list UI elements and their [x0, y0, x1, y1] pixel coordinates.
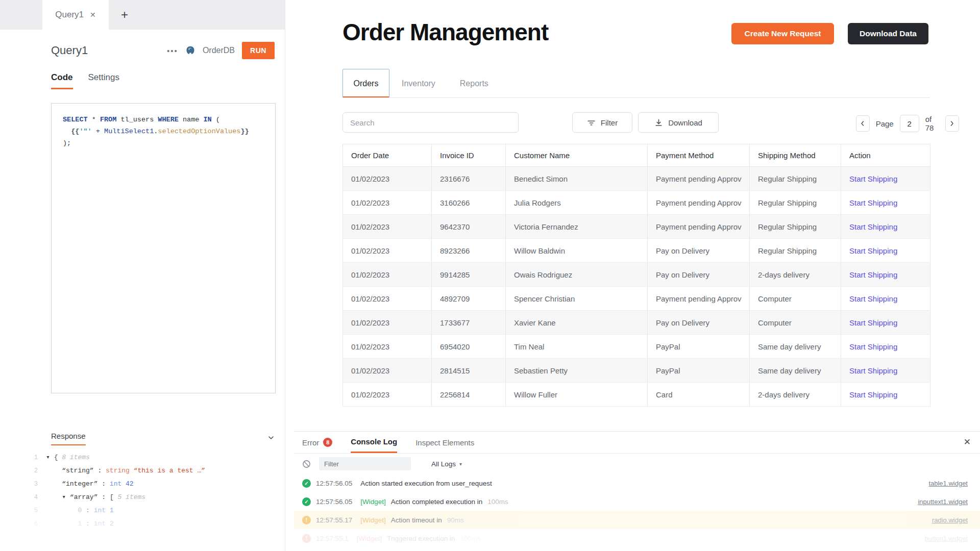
table-cell: 01/02/2023: [343, 215, 432, 239]
console-header: Error 8 Console Log Inspect Elements ✕: [294, 432, 980, 454]
orders-table-body: 01/02/20232316676Benedict SimonPayment p…: [343, 167, 930, 407]
add-query-button[interactable]: +: [109, 0, 140, 30]
log-tag: [Widget]: [360, 516, 386, 524]
tab-code[interactable]: Code: [51, 72, 73, 89]
table-cell: 01/02/2023: [343, 335, 432, 359]
table-cell: 2316676: [432, 167, 506, 191]
app-root: Query1 ✕ + Query1 ••• OrderDB RUN Code S…: [0, 0, 980, 551]
error-count-badge: 8: [323, 438, 332, 447]
tab-error[interactable]: Error 8: [302, 432, 332, 453]
table-row: 01/02/20232814515Sebastien PettyPayPalSa…: [343, 359, 930, 383]
orders-table: Order Date Invoice ID Customer Name Paym…: [342, 144, 930, 407]
table-cell: Pay on Delivery: [648, 311, 750, 335]
response-content: 1 : int 2: [46, 517, 114, 528]
table-cell: Start Shipping: [841, 287, 930, 311]
start-shipping-link[interactable]: Start Shipping: [849, 174, 897, 183]
next-page-button[interactable]: [945, 115, 959, 132]
log-duration: 100ms: [487, 498, 508, 506]
log-source-link[interactable]: button1.widget: [924, 535, 968, 542]
log-level-dropdown[interactable]: All Logs ▾: [431, 460, 462, 468]
start-shipping-link[interactable]: Start Shipping: [849, 318, 897, 327]
page-number-input[interactable]: [900, 115, 919, 132]
close-icon[interactable]: ✕: [964, 437, 971, 447]
query-editor-panel: Query1 ✕ + Query1 ••• OrderDB RUN Code S…: [0, 0, 285, 551]
tab-settings[interactable]: Settings: [88, 72, 119, 89]
table-row: 01/02/20239914285Owais RodriguezPay on D…: [343, 263, 930, 287]
sql-code: SELECT * FROM tl_users WHERE name IN ( {…: [52, 104, 275, 149]
table-cell: Victoria Fernandez: [506, 215, 648, 239]
response-line: 6 1 : int 2: [0, 517, 284, 528]
table-cell: PayPal: [648, 359, 750, 383]
close-icon[interactable]: ✕: [90, 11, 96, 19]
table-row: 01/02/20236954020Tim NealPayPalSame day …: [343, 335, 930, 359]
log-row: !12:57:55.17[Widget]Action timeout in90m…: [294, 511, 980, 529]
response-line: 2 “string” : string “this is a test …”: [0, 464, 284, 478]
tab-orders[interactable]: Orders: [342, 69, 389, 98]
tab-reports[interactable]: Reports: [448, 69, 501, 98]
search-input[interactable]: [342, 112, 519, 133]
clear-logs-icon[interactable]: [302, 460, 311, 468]
tab-console-log[interactable]: Console Log: [351, 432, 397, 453]
log-source-link[interactable]: radio.widget: [932, 516, 968, 524]
table-cell: 9914285: [432, 263, 506, 287]
start-shipping-link[interactable]: Start Shipping: [849, 390, 897, 399]
tab-inventory[interactable]: Inventory: [389, 69, 448, 98]
table-row: 01/02/20239642370Victoria FernandezPayme…: [343, 215, 930, 239]
log-timestamp: 12:57:55.1: [316, 535, 349, 542]
console-filter-input[interactable]: [319, 457, 411, 470]
log-source-link[interactable]: inputtext1.widget: [918, 498, 968, 506]
console-log-list: ✓12:57:56.05Action started execution fro…: [294, 474, 980, 547]
download-data-button[interactable]: Download Data: [848, 23, 928, 44]
more-menu-icon[interactable]: •••: [167, 46, 178, 55]
query-title: Query1: [51, 44, 88, 57]
start-shipping-link[interactable]: Start Shipping: [849, 246, 897, 255]
chevron-down-icon[interactable]: [267, 434, 275, 443]
start-shipping-link[interactable]: Start Shipping: [849, 294, 897, 303]
warning-icon: !: [302, 516, 311, 524]
datasource-name: OrderDB: [203, 46, 235, 55]
code-editor[interactable]: SELECT * FROM tl_users WHERE name IN ( {…: [51, 103, 276, 393]
log-row: ✓12:57:56.05Action started execution fro…: [294, 474, 980, 492]
filter-button[interactable]: Filter: [572, 112, 632, 133]
table-cell: Payment pending Approv: [648, 167, 750, 191]
postgres-icon: [185, 45, 195, 56]
table-cell: Start Shipping: [841, 239, 930, 263]
code-line: {{'"' + MultiSelect1.selectedOptionValue…: [63, 126, 275, 137]
response-line: 4 ▾ “array” : [ 5 items: [0, 491, 284, 504]
log-row: !12:57:55.1[Widget]Triggered execution i…: [294, 529, 980, 547]
table-cell: 01/02/2023: [343, 239, 432, 263]
response-content: ▾ { 8 items: [46, 451, 90, 464]
table-cell: Card: [648, 383, 750, 407]
table-cell: Start Shipping: [841, 383, 930, 407]
line-number: 5: [27, 504, 38, 517]
log-source-link[interactable]: table1.widget: [928, 480, 968, 487]
tab-query1-label: Query1: [55, 10, 84, 20]
table-row: 01/02/20233160266Julia RodgersPayment pe…: [343, 191, 930, 215]
success-icon: ✓: [302, 497, 311, 506]
table-cell: Same day delivery: [750, 335, 841, 359]
run-button[interactable]: RUN: [242, 42, 275, 59]
pagination: Page of 78: [856, 115, 959, 132]
start-shipping-link[interactable]: Start Shipping: [849, 222, 897, 231]
start-shipping-link[interactable]: Start Shipping: [849, 270, 897, 279]
table-cell: 3160266: [432, 191, 506, 215]
table-cell: Start Shipping: [841, 167, 930, 191]
log-message: Action completed execution in: [391, 498, 482, 506]
create-new-request-button[interactable]: Create New Request: [731, 23, 834, 44]
start-shipping-link[interactable]: Start Shipping: [849, 342, 897, 351]
tab-inspect-elements[interactable]: Inspect Elements: [415, 432, 474, 453]
query-tab-bar: Query1 ✕ +: [0, 0, 285, 30]
start-shipping-link[interactable]: Start Shipping: [849, 198, 897, 207]
response-line: 5 0 : int 1: [0, 504, 284, 517]
start-shipping-link[interactable]: Start Shipping: [849, 366, 897, 375]
table-cell: 01/02/2023: [343, 383, 432, 407]
download-button[interactable]: Download: [638, 112, 719, 133]
table-cell: Julia Rodgers: [506, 191, 648, 215]
tab-query1[interactable]: Query1 ✕: [42, 0, 109, 30]
prev-page-button[interactable]: [856, 115, 870, 132]
code-line: );: [63, 137, 275, 149]
log-message: Triggered execution in: [387, 535, 455, 542]
table-cell: Start Shipping: [841, 263, 930, 287]
table-cell: Start Shipping: [841, 311, 930, 335]
table-cell: 8923266: [432, 239, 506, 263]
